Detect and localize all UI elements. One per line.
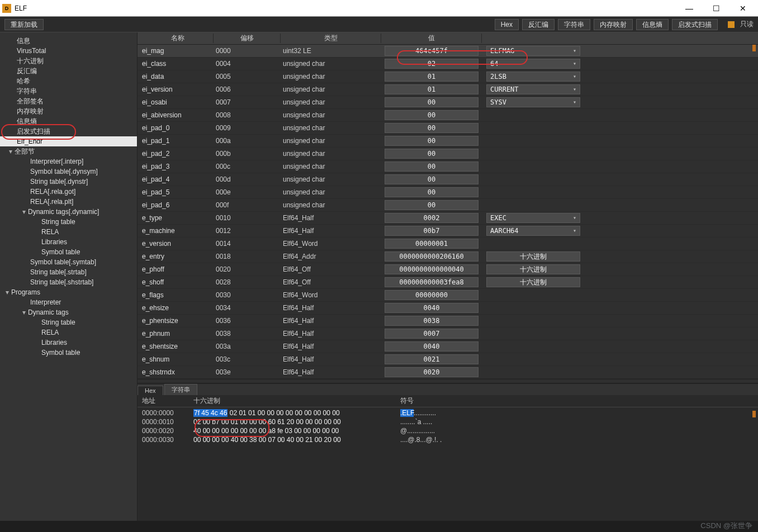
hex-row[interactable]: 0000:003000 00 00 00 40 00 38 00 07 00 4…: [142, 435, 754, 444]
tab-strings[interactable]: 字符串: [164, 384, 197, 395]
value-dropdown[interactable]: ELFMAG: [486, 46, 580, 56]
table-row[interactable]: ei_pad_1000aunsigned char00: [138, 135, 758, 148]
hex-row[interactable]: 0000:001002 00 b7 00 01 00 00 00 60 61 2…: [142, 417, 754, 426]
sidebar-tree[interactable]: 信息VirusTotal十六进制反汇编哈希字符串全部签名内存映射信息熵启发式扫描…: [0, 32, 138, 521]
value-input[interactable]: 00: [385, 97, 479, 107]
toolbar-strings-button[interactable]: 字符串: [558, 19, 590, 30]
value-dropdown[interactable]: CURRENT: [486, 84, 580, 94]
sidebar-item[interactable]: RELA[.rela.got]: [0, 187, 137, 197]
table-row[interactable]: e_phoff0020Elf64_Off0000000000000040十六进制: [138, 263, 758, 276]
minimize-button[interactable]: —: [681, 4, 698, 13]
sidebar-item[interactable]: Interpreter: [0, 297, 137, 307]
table-row[interactable]: e_phnum0038Elf64_Half0007: [138, 327, 758, 340]
value-input[interactable]: 0020: [385, 367, 479, 377]
reload-button[interactable]: 重新加载: [4, 19, 44, 30]
value-dropdown[interactable]: AARCH64: [486, 226, 580, 236]
table-row[interactable]: ei_pad_00009unsigned char00: [138, 122, 758, 135]
sidebar-item[interactable]: 十六进制: [0, 56, 137, 66]
value-input[interactable]: 00: [385, 123, 479, 133]
value-dropdown[interactable]: EXEC: [486, 213, 580, 223]
table-row[interactable]: e_shoff0028Elf64_Off000000000003fea8十六进制: [138, 276, 758, 289]
sidebar-item[interactable]: ▾全部节: [0, 146, 137, 156]
sidebar-item[interactable]: Libraries: [0, 237, 137, 247]
hex-jump-button[interactable]: 十六进制: [486, 264, 580, 274]
value-dropdown[interactable]: SYSV: [486, 97, 580, 107]
sidebar-item[interactable]: Symbol table[.symtab]: [0, 257, 137, 267]
hex-jump-button[interactable]: 十六进制: [486, 251, 580, 262]
value-input[interactable]: 0002: [385, 213, 479, 223]
sidebar-item[interactable]: 启发式扫描: [0, 126, 137, 136]
table-row[interactable]: e_machine0012Elf64_Half00b7AARCH64: [138, 225, 758, 238]
table-row[interactable]: e_entry0018Elf64_Addr0000000000206160十六进…: [138, 250, 758, 263]
sidebar-item[interactable]: ▾Programs: [0, 287, 137, 297]
value-input[interactable]: 00000000: [385, 290, 479, 300]
value-input[interactable]: 00000001: [385, 239, 479, 249]
value-input[interactable]: 00: [385, 110, 479, 120]
table-row[interactable]: e_shentsize003aElf64_Half0040: [138, 340, 758, 353]
toolbar-disasm-button[interactable]: 反汇编: [522, 19, 555, 30]
table-row[interactable]: ei_abiversion0008unsigned char00: [138, 109, 758, 122]
sidebar-item[interactable]: Symbol table: [0, 247, 137, 257]
value-input[interactable]: 0040: [385, 341, 479, 352]
col-type[interactable]: 类型: [281, 34, 381, 43]
table-row[interactable]: e_version0014Elf64_Word00000001: [138, 238, 758, 250]
table-row[interactable]: ei_pad_3000cunsigned char00: [138, 160, 758, 173]
sidebar-item[interactable]: Libraries: [0, 338, 137, 348]
col-offset[interactable]: 偏移: [214, 34, 281, 43]
sidebar-item[interactable]: RELA: [0, 227, 137, 237]
maximize-button[interactable]: ☐: [708, 4, 724, 13]
value-input[interactable]: 00: [385, 174, 479, 184]
value-input[interactable]: 464c457f: [385, 46, 479, 56]
table-row[interactable]: ei_version0006unsigned char01CURRENT: [138, 83, 758, 96]
value-input[interactable]: 00: [385, 200, 479, 210]
table-row[interactable]: ei_mag0000uint32 LE464c457fELFMAG: [138, 45, 758, 58]
value-input[interactable]: 00b7: [385, 226, 479, 236]
value-input[interactable]: 0000000000000040: [385, 264, 479, 274]
value-dropdown[interactable]: 64: [486, 59, 580, 69]
sidebar-item[interactable]: RELA[.rela.plt]: [0, 197, 137, 207]
sidebar-item[interactable]: 信息熵: [0, 116, 137, 126]
sidebar-item[interactable]: String table[.strtab]: [0, 267, 137, 277]
sidebar-item[interactable]: String table: [0, 217, 137, 227]
table-row[interactable]: ei_pad_4000dunsigned char00: [138, 173, 758, 186]
value-input[interactable]: 0000000000206160: [385, 251, 479, 262]
sidebar-item[interactable]: ▾Dynamic tags: [0, 307, 137, 317]
hex-body[interactable]: 0000:00007f 45 4c 46 02 01 01 00 00 00 0…: [138, 407, 758, 445]
table-row[interactable]: ei_pad_6000funsigned char00: [138, 199, 758, 212]
sidebar-item[interactable]: 字符串: [0, 86, 137, 96]
sidebar-item[interactable]: VirusTotal: [0, 46, 137, 56]
value-input[interactable]: 00: [385, 162, 479, 172]
sidebar-item[interactable]: 信息: [0, 36, 137, 46]
col-name[interactable]: 名称: [138, 34, 214, 43]
tab-hex[interactable]: Hex: [138, 386, 163, 395]
sidebar-item[interactable]: 内存映射: [0, 106, 137, 116]
value-input[interactable]: 0040: [385, 303, 479, 313]
sidebar-item[interactable]: String table[.shstrtab]: [0, 277, 137, 287]
sidebar-item[interactable]: Symbol table[.dynsym]: [0, 167, 137, 177]
col-value[interactable]: 值: [381, 34, 482, 43]
table-row[interactable]: e_phentsize0036Elf64_Half0038: [138, 315, 758, 327]
value-input[interactable]: 00: [385, 136, 479, 146]
value-input[interactable]: 01: [385, 84, 479, 94]
value-input[interactable]: 0021: [385, 354, 479, 364]
value-input[interactable]: 000000000003fea8: [385, 277, 479, 287]
table-row[interactable]: ei_osabi0007unsigned char00SYSV: [138, 96, 758, 109]
close-button[interactable]: ✕: [735, 4, 751, 13]
hex-row[interactable]: 0000:00007f 45 4c 46 02 01 01 00 00 00 0…: [142, 408, 754, 417]
toolbar-heuristic-button[interactable]: 启发式扫描: [672, 19, 718, 30]
table-row[interactable]: e_flags0030Elf64_Word00000000: [138, 289, 758, 302]
toolbar-entropy-button[interactable]: 信息熵: [636, 19, 669, 30]
sidebar-item[interactable]: RELA: [0, 327, 137, 338]
value-input[interactable]: 00: [385, 187, 479, 197]
table-row[interactable]: e_shnum003cElf64_Half0021: [138, 353, 758, 366]
table-row[interactable]: ei_pad_5000eunsigned char00: [138, 186, 758, 199]
sidebar-item[interactable]: Elf_Ehdr: [0, 136, 137, 146]
hex-jump-button[interactable]: 十六进制: [486, 277, 580, 287]
toolbar-memmap-button[interactable]: 内存映射: [594, 19, 633, 30]
sidebar-item[interactable]: Symbol table: [0, 348, 137, 358]
value-input[interactable]: 00: [385, 149, 479, 159]
sidebar-item[interactable]: 全部签名: [0, 96, 137, 106]
value-input[interactable]: 0007: [385, 329, 479, 339]
sidebar-item[interactable]: String table: [0, 317, 137, 327]
sidebar-item[interactable]: 哈希: [0, 76, 137, 86]
